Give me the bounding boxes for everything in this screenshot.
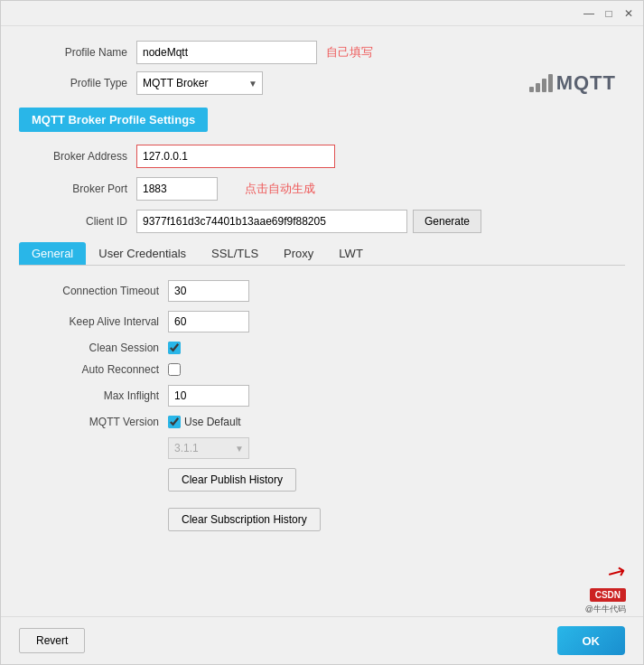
broker-port-input[interactable] [136,177,218,201]
client-id-label: Client ID [19,215,127,228]
profile-type-label: Profile Type [19,77,127,89]
broker-address-label: Broker Address [19,150,127,163]
mqtt-signal-icon [529,74,553,92]
clean-session-checkbox[interactable] [168,342,181,354]
connection-timeout-input[interactable] [168,280,249,302]
watermark-area: ↗ CSDN @牛牛代码 [585,559,626,615]
profile-name-annotation: 自己填写 [326,44,373,61]
profile-name-section: Profile Name 自己填写 [19,41,625,64]
tab-general[interactable]: General [19,242,86,265]
csdn-badge: CSDN [590,588,626,602]
connection-timeout-row: Connection Timeout [28,280,625,302]
minimize-button[interactable]: — [582,6,596,21]
broker-address-row: Broker Address [19,145,625,168]
client-id-input[interactable] [136,210,407,233]
clean-session-label: Clean Session [28,342,159,354]
max-inflight-input[interactable] [168,385,249,407]
tab-proxy[interactable]: Proxy [271,242,326,265]
use-default-checkbox[interactable] [168,416,181,428]
clear-publish-row: Clear Publish History [168,468,625,499]
version-select[interactable]: 3.1.1 3.1 5.0 [168,437,249,459]
ok-button[interactable]: OK [557,626,626,655]
signal-bar-4 [548,74,553,92]
signal-bar-1 [529,87,534,92]
profile-type-select[interactable]: MQTT Broker MQTT Client [136,71,263,95]
signal-bar-3 [542,79,546,92]
watermark-user: @牛牛代码 [585,604,626,615]
version-select-row: 3.1.1 3.1 5.0 ▼ [168,437,625,459]
tabs-bar: General User Credentials SSL/TLS Proxy L… [19,242,625,266]
bottom-bar: Revert OK [1,616,643,664]
clear-subscription-row: Clear Subscription History [168,508,625,539]
generate-button[interactable]: Generate [413,210,481,233]
auto-reconnect-row: Auto Reconnect [28,363,625,376]
tab-lwt[interactable]: LWT [326,242,375,265]
connection-timeout-label: Connection Timeout [28,285,159,297]
section-heading: MQTT Broker Profile Settings [19,108,625,145]
tab-ssl-tls[interactable]: SSL/TLS [199,242,271,265]
tab-user-credentials[interactable]: User Credentials [86,242,199,265]
auto-reconnect-label: Auto Reconnect [28,363,159,376]
profile-type-select-wrapper: MQTT Broker MQTT Client ▼ [136,71,263,95]
version-select-wrapper: 3.1.1 3.1 5.0 ▼ [168,437,249,459]
broker-section: Broker Address Broker Port 点击自动生成 Client… [19,145,625,233]
general-settings-panel: Connection Timeout Keep Alive Interval C… [19,280,625,539]
clear-subscription-button[interactable]: Clear Subscription History [168,508,321,531]
keep-alive-row: Keep Alive Interval [28,311,625,332]
mqtt-version-label: MQTT Version [28,416,159,428]
maximize-button[interactable]: □ [602,6,616,21]
titlebar: — □ ✕ [1,1,643,26]
profile-type-section: Profile Type MQTT Broker MQTT Client ▼ M… [19,71,625,95]
keep-alive-label: Keep Alive Interval [28,315,159,328]
mqtt-logo-text: MQTT [556,71,616,95]
clean-session-row: Clean Session [28,342,625,354]
mqtt-logo: MQTT [529,71,616,95]
close-button[interactable]: ✕ [621,6,636,21]
auto-reconnect-checkbox[interactable] [168,363,181,376]
main-content: Profile Name 自己填写 Profile Type MQTT Brok… [1,26,643,616]
profile-name-label: Profile Name [19,46,127,59]
section-heading-text: MQTT Broker Profile Settings [19,108,208,132]
max-inflight-label: Max Inflight [28,389,159,402]
main-window: — □ ✕ Profile Name 自己填写 Profile Type MQT… [0,0,644,665]
client-id-row: Client ID Generate [19,210,625,233]
signal-bar-2 [536,83,540,92]
broker-port-label: Broker Port [19,183,127,195]
clear-publish-button[interactable]: Clear Publish History [168,468,296,492]
revert-button[interactable]: Revert [19,628,85,653]
broker-annotation: 点击自动生成 [245,181,315,197]
keep-alive-input[interactable] [168,311,249,332]
use-default-label: Use Default [184,416,241,428]
broker-port-row: Broker Port 点击自动生成 [19,177,625,201]
broker-address-input[interactable] [136,145,335,168]
profile-name-input[interactable] [136,41,317,64]
mqtt-version-row: MQTT Version Use Default [28,416,625,428]
max-inflight-row: Max Inflight [28,385,625,407]
